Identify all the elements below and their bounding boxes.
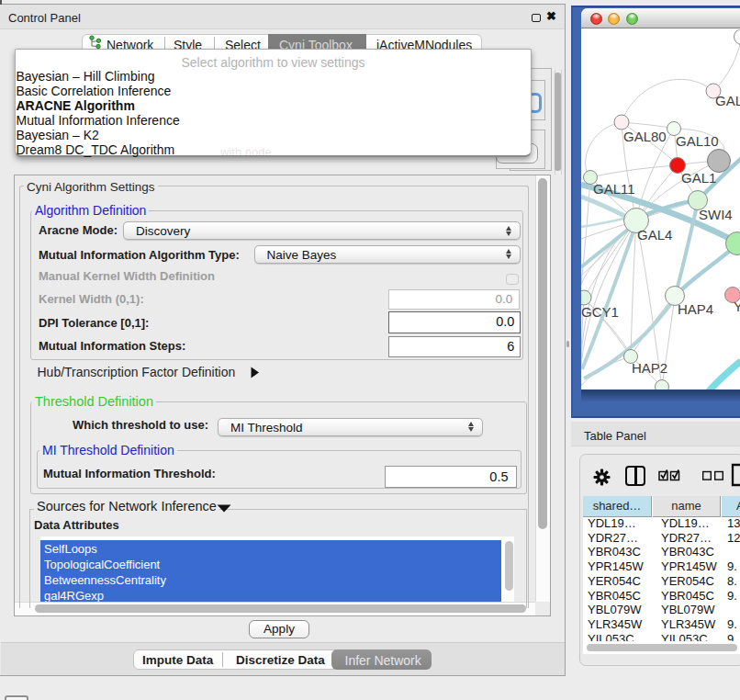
svg-text:GCY1: GCY1 <box>581 304 619 320</box>
svg-text:HAP2: HAP2 <box>632 360 667 376</box>
svg-text:GAL10: GAL10 <box>676 133 719 149</box>
svg-text:SWI4: SWI4 <box>699 207 733 222</box>
svg-text:GAL2: GAL2 <box>715 93 740 108</box>
svg-text:YJ: YJ <box>734 299 740 314</box>
svg-text:GAL11: GAL11 <box>593 181 635 197</box>
svg-text:GAL4: GAL4 <box>637 227 672 243</box>
svg-text:GAL80: GAL80 <box>623 129 667 144</box>
svg-text:HAP4: HAP4 <box>678 301 713 317</box>
svg-text:GAL1: GAL1 <box>681 170 716 186</box>
